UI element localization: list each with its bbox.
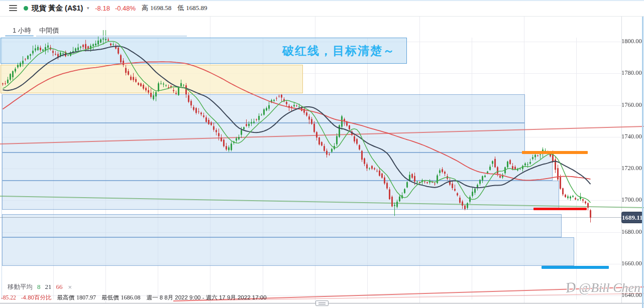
trading-app-window: 現貨 黃金 (A$1) ▼ -8.18 -0.48% 高 1698.58 低 1…	[0, 0, 644, 308]
indicator-period-21: 21	[45, 283, 52, 291]
range-high-value: 1807.97	[76, 294, 96, 301]
price-change-percent: -0.48%	[115, 5, 136, 12]
axis-label: 1740.00	[621, 133, 639, 140]
indicator-period-66: 66	[56, 283, 63, 291]
tab-timeframe[interactable]: 1 小時	[13, 26, 31, 35]
panel-top-border	[0, 16, 644, 17]
indicator-name: 移動平均	[8, 283, 33, 291]
axis-label: 1780.00	[621, 69, 639, 77]
axis-label: 1800.00	[621, 38, 639, 45]
orange-resistance-line-drawing[interactable]	[522, 151, 588, 154]
current-price-badge: 1689.11	[622, 212, 642, 223]
session-high-value: 1698.58	[150, 4, 171, 12]
axis-label: 1660.00	[621, 260, 639, 267]
window-top-edge	[0, 0, 644, 1]
date-range: 週一 8 8月 2022 9:00 - 週六 17 9月 2022 17:00	[146, 294, 266, 301]
indicator-close-icon[interactable]: ×	[68, 283, 72, 291]
chevron-down-icon[interactable]: ▼	[86, 6, 90, 11]
red-support-line-drawing[interactable]	[533, 208, 587, 210]
watermark-logo-icon: D	[565, 279, 577, 296]
range-low-value: 1686.08	[121, 294, 140, 301]
right-edge-scrollbar[interactable]	[642, 17, 643, 308]
tab-price-type[interactable]: 中間價	[39, 26, 59, 35]
range-change: -85.22	[1, 294, 16, 300]
session-high-label: 高	[142, 4, 148, 13]
axis-label: 1680.00	[621, 228, 639, 236]
blue-target-line-drawing[interactable]	[542, 266, 609, 269]
range-change-percent: -4.80百分比	[21, 294, 52, 301]
hamburger-menu-icon[interactable]	[9, 5, 17, 11]
range-high-label: 最高價	[57, 294, 74, 301]
axis-label: 1700.00	[621, 196, 639, 204]
time-scrollbar-handle[interactable]	[315, 300, 329, 306]
status-bar: -85.22 -4.80百分比 最高價 1807.97 最低價 1686.08 …	[1, 294, 267, 301]
watermark: D@Bill Chen	[566, 279, 640, 295]
axis-label: 1760.00	[621, 101, 639, 109]
watermark-handle: @Bill Chen	[579, 280, 640, 295]
session-low-value: 1685.89	[186, 4, 207, 12]
header: 現貨 黃金 (A$1) ▼ -8.18 -0.48% 高 1698.58 低 1…	[0, 0, 644, 16]
tab-underline	[36, 36, 187, 37]
price-axis[interactable]: 1689.11 1800.001780.001760.001740.001720…	[621, 17, 644, 303]
tab-underline	[5, 35, 34, 37]
axis-label: 1720.00	[621, 165, 639, 172]
price-change: -8.18	[95, 5, 110, 12]
range-low-label: 最低價	[101, 294, 119, 301]
session-low-label: 低	[177, 4, 184, 13]
indicator-legend[interactable]: 移動平均 8 21 66 ×	[8, 283, 72, 291]
indicator-period-8: 8	[37, 283, 41, 291]
instrument-title[interactable]: 現貨 黃金 (A$1)	[32, 4, 83, 13]
market-open-dot-icon	[24, 6, 28, 11]
